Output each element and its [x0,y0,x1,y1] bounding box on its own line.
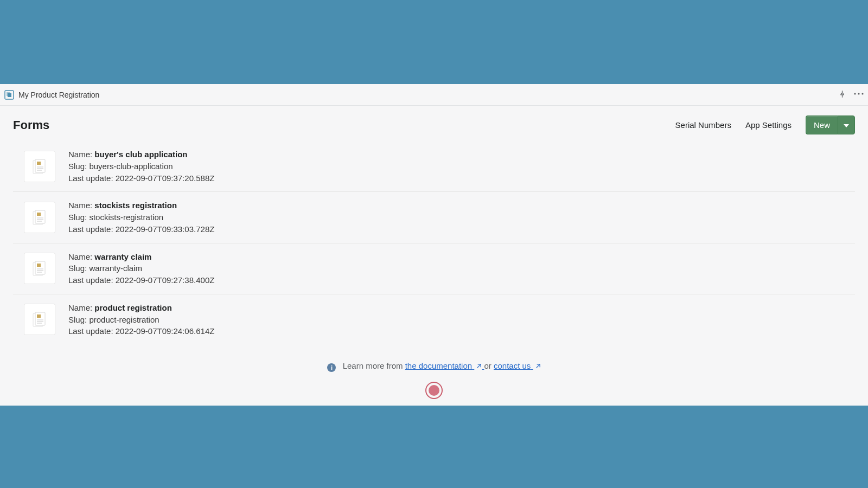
form-slug: buyers-club-application [89,162,173,171]
forms-list: Name: buyer's club application Slug: buy… [0,141,868,345]
pin-icon[interactable] [838,90,846,100]
label-slug: Slug: [68,213,87,222]
documentation-link[interactable]: the documentation [405,361,484,370]
external-link-icon [476,363,482,369]
form-slug: product-registration [89,315,159,324]
app-logo-icon [4,90,14,100]
svg-rect-21 [37,264,41,267]
form-slug: warranty-claim [89,264,142,273]
label-name: Name: [68,201,92,210]
label-slug: Slug: [68,315,87,324]
label-name: Name: [68,252,92,261]
footer-text-prefix: Learn more from [343,361,405,370]
form-row[interactable]: Name: product registration Slug: product… [13,294,855,345]
form-slug: stockists-registration [89,213,163,222]
more-icon[interactable] [854,90,864,99]
svg-rect-2 [8,93,11,97]
page-title: Forms [13,118,49,132]
label-updated: Last update: [68,326,113,336]
form-row-text: Name: stockists registration Slug: stock… [68,200,214,235]
new-button-group: New [806,115,855,134]
form-name: buyer's club application [94,150,187,159]
form-row-text: Name: product registration Slug: product… [68,302,214,337]
app-title: My Product Registration [18,91,99,99]
form-row-text: Name: buyer's club application Slug: buy… [68,149,214,184]
form-row[interactable]: Name: stockists registration Slug: stock… [13,192,855,243]
info-icon: i [327,363,336,372]
page-header: Forms Serial Numbers App Settings New [0,106,868,141]
nav-serial-numbers[interactable]: Serial Numbers [675,120,731,130]
record-icon [429,385,439,396]
document-icon [24,253,55,284]
form-updated: 2022-09-07T09:37:20.588Z [116,174,215,183]
svg-point-5 [858,93,859,94]
label-slug: Slug: [68,264,87,273]
form-updated: 2022-09-07T09:24:06.614Z [116,326,215,336]
external-link-icon [535,363,541,369]
new-dropdown-button[interactable] [838,115,855,134]
document-icon [24,304,55,335]
label-updated: Last update: [68,224,113,234]
label-updated: Last update: [68,275,113,285]
nav-app-settings[interactable]: App Settings [745,120,792,130]
svg-point-4 [854,93,856,94]
label-updated: Last update: [68,174,113,183]
caret-down-icon [844,124,849,127]
record-button[interactable] [425,382,443,399]
svg-rect-9 [37,162,41,165]
svg-rect-27 [37,314,41,318]
form-row[interactable]: Name: warranty claim Slug: warranty-clai… [13,243,855,294]
title-bar: My Product Registration [0,84,868,106]
form-row[interactable]: Name: buyer's club application Slug: buy… [13,141,855,192]
contact-link[interactable]: contact us [494,361,541,370]
form-name: warranty claim [94,252,151,261]
form-updated: 2022-09-07T09:27:38.400Z [116,275,215,285]
label-name: Name: [68,150,92,159]
app-panel: My Product Registration Forms Serial Num… [0,84,868,406]
form-name: product registration [94,303,172,312]
form-name: stockists registration [94,201,177,210]
form-row-text: Name: warranty claim Slug: warranty-clai… [68,251,214,286]
document-icon [24,151,55,182]
new-button[interactable]: New [806,115,838,134]
document-icon [24,202,55,233]
footer-text-or: or [484,361,494,370]
label-name: Name: [68,303,92,312]
svg-rect-15 [37,213,41,216]
footer: i Learn more from the documentation or c… [0,361,868,399]
svg-point-6 [861,93,863,94]
form-updated: 2022-09-07T09:33:03.728Z [116,224,215,234]
label-slug: Slug: [68,162,87,171]
